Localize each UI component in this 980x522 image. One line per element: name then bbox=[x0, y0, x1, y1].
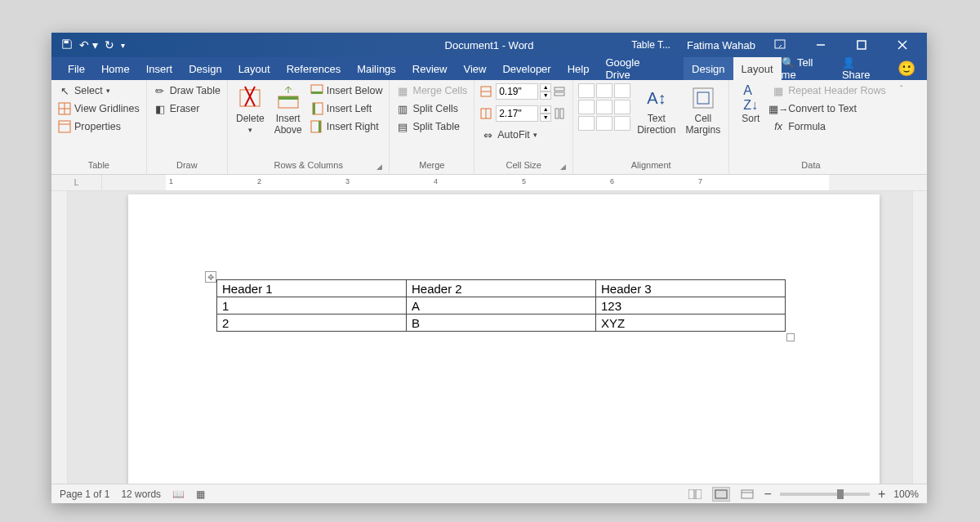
eraser-button[interactable]: ◧Eraser bbox=[152, 101, 222, 116]
insert-right-icon bbox=[310, 120, 323, 133]
select-button[interactable]: ↖Select ▾ bbox=[56, 83, 141, 98]
tab-references[interactable]: References bbox=[278, 57, 349, 80]
formula-button[interactable]: fxFormula bbox=[770, 119, 888, 134]
align-mid-center[interactable] bbox=[596, 100, 612, 114]
dialog-launcher-icon[interactable]: ◢ bbox=[560, 163, 566, 171]
qat-customize-icon[interactable]: ▾ bbox=[121, 41, 125, 50]
text-direction-button[interactable]: A↕TextDirection bbox=[634, 83, 679, 137]
width-down-button[interactable]: ▼ bbox=[540, 114, 551, 122]
tab-view[interactable]: View bbox=[455, 57, 494, 80]
collapse-ribbon-button[interactable]: ˆ bbox=[893, 80, 911, 174]
tab-mailings[interactable]: Mailings bbox=[349, 57, 404, 80]
user-name[interactable]: Fatima Wahab bbox=[687, 39, 755, 51]
dialog-launcher-icon[interactable]: ◢ bbox=[376, 163, 382, 171]
ruler-vertical[interactable] bbox=[51, 191, 68, 484]
align-top-center[interactable] bbox=[596, 83, 612, 98]
distribute-rows-icon[interactable] bbox=[553, 85, 568, 98]
table-cell[interactable]: Header 3 bbox=[596, 280, 786, 297]
merge-icon: ▦ bbox=[396, 84, 409, 97]
tab-file[interactable]: File bbox=[60, 57, 93, 80]
col-width-input[interactable] bbox=[496, 105, 538, 122]
tab-google-drive[interactable]: Google Drive bbox=[597, 57, 675, 80]
delete-button[interactable]: Delete▾ bbox=[233, 83, 268, 136]
tab-design[interactable]: Design bbox=[180, 57, 229, 80]
tab-insert[interactable]: Insert bbox=[138, 57, 181, 80]
convert-icon: ▦→ bbox=[772, 102, 785, 115]
align-bot-center[interactable] bbox=[596, 116, 612, 131]
tab-layout[interactable]: Layout bbox=[230, 57, 278, 80]
macro-icon[interactable]: ▦ bbox=[196, 489, 205, 500]
text-direction-icon: A↕ bbox=[644, 85, 670, 111]
read-mode-button[interactable] bbox=[686, 487, 704, 502]
tab-home[interactable]: Home bbox=[93, 57, 138, 80]
cell-margins-button[interactable]: CellMargins bbox=[683, 83, 724, 137]
group-cell-size: ▲▼ ▲▼ ⇔AutoFit ▾ Cell Size◢ bbox=[474, 80, 573, 174]
table-resize-handle[interactable] bbox=[786, 333, 795, 341]
table-cell[interactable]: Header 2 bbox=[407, 280, 596, 297]
ruler-horizontal[interactable]: L 1 2 3 4 5 6 7 bbox=[51, 175, 927, 191]
table-cell[interactable]: B bbox=[407, 315, 596, 332]
page-area[interactable]: ✥ Header 1 Header 2 Header 3 1 A 123 2 B bbox=[68, 191, 912, 484]
tab-table-design[interactable]: Design bbox=[684, 57, 733, 80]
align-bot-right[interactable] bbox=[614, 116, 630, 131]
tab-developer[interactable]: Developer bbox=[494, 57, 559, 80]
table-cell[interactable]: 123 bbox=[596, 297, 786, 315]
table-cell[interactable]: 1 bbox=[217, 297, 407, 315]
undo-icon[interactable]: ↶ ▾ bbox=[79, 38, 98, 51]
autofit-button[interactable]: ⇔AutoFit ▾ bbox=[479, 127, 568, 142]
ribbon-options-icon[interactable] bbox=[764, 33, 796, 57]
zoom-level[interactable]: 100% bbox=[893, 489, 919, 500]
draw-table-button[interactable]: ✏Draw Table bbox=[152, 83, 222, 98]
redo-icon[interactable]: ↻ bbox=[105, 38, 114, 51]
minimize-button[interactable] bbox=[804, 33, 837, 57]
view-gridlines-button[interactable]: View Gridlines bbox=[56, 101, 141, 116]
tab-table-layout[interactable]: Layout bbox=[733, 57, 782, 80]
tab-review[interactable]: Review bbox=[404, 57, 456, 80]
autofit-icon: ⇔ bbox=[481, 128, 494, 141]
zoom-in-button[interactable]: + bbox=[878, 487, 885, 502]
zoom-out-button[interactable]: − bbox=[764, 487, 772, 502]
align-top-right[interactable] bbox=[614, 83, 630, 98]
insert-below-button[interactable]: Insert Below bbox=[309, 83, 385, 98]
table-cell[interactable]: Header 1 bbox=[217, 280, 407, 297]
align-top-left[interactable] bbox=[578, 83, 595, 98]
align-bot-left[interactable] bbox=[578, 116, 595, 131]
convert-to-text-button[interactable]: ▦→Convert to Text bbox=[770, 101, 888, 116]
save-icon[interactable] bbox=[61, 38, 73, 52]
insert-left-button[interactable]: Insert Left bbox=[309, 101, 385, 116]
web-layout-button[interactable] bbox=[738, 487, 756, 502]
align-mid-left[interactable] bbox=[578, 100, 595, 114]
table-move-handle[interactable]: ✥ bbox=[205, 271, 216, 283]
sort-button[interactable]: AZ↓Sort bbox=[734, 83, 767, 126]
document-table[interactable]: Header 1 Header 2 Header 3 1 A 123 2 B X… bbox=[216, 279, 786, 332]
maximize-button[interactable] bbox=[845, 33, 878, 57]
tab-help[interactable]: Help bbox=[559, 57, 598, 80]
print-layout-button[interactable] bbox=[712, 487, 730, 502]
spellcheck-icon[interactable]: 📖 bbox=[172, 489, 185, 500]
table-cell[interactable]: XYZ bbox=[596, 315, 786, 332]
table-cell[interactable]: A bbox=[407, 297, 596, 315]
col-width-icon bbox=[479, 107, 494, 120]
split-table-button[interactable]: ▤Split Table bbox=[394, 119, 469, 134]
row-height-input[interactable] bbox=[496, 83, 538, 100]
word-count-status[interactable]: 12 words bbox=[121, 489, 161, 500]
table-cell[interactable]: 2 bbox=[217, 315, 407, 332]
insert-above-button[interactable]: InsertAbove bbox=[271, 83, 305, 137]
height-up-button[interactable]: ▲ bbox=[540, 83, 551, 91]
align-mid-right[interactable] bbox=[614, 100, 630, 114]
page-number-status[interactable]: Page 1 of 1 bbox=[60, 489, 109, 500]
properties-button[interactable]: Properties bbox=[56, 119, 141, 134]
height-down-button[interactable]: ▼ bbox=[540, 91, 551, 100]
close-button[interactable] bbox=[886, 33, 919, 57]
share-button[interactable]: 👤 Share bbox=[842, 56, 886, 81]
tell-me-button[interactable]: 🔍 Tell me bbox=[782, 56, 831, 81]
insert-right-button[interactable]: Insert Right bbox=[309, 119, 385, 134]
width-up-button[interactable]: ▲ bbox=[540, 105, 551, 114]
distribute-cols-icon[interactable] bbox=[553, 107, 568, 120]
split-cells-button[interactable]: ▥Split Cells bbox=[394, 101, 469, 116]
pencil-icon: ✏ bbox=[154, 84, 167, 97]
emoji-icon[interactable]: 🙂 bbox=[898, 60, 915, 78]
formula-icon: fx bbox=[772, 120, 785, 133]
vertical-scrollbar[interactable] bbox=[912, 191, 927, 484]
zoom-slider[interactable] bbox=[780, 493, 870, 496]
